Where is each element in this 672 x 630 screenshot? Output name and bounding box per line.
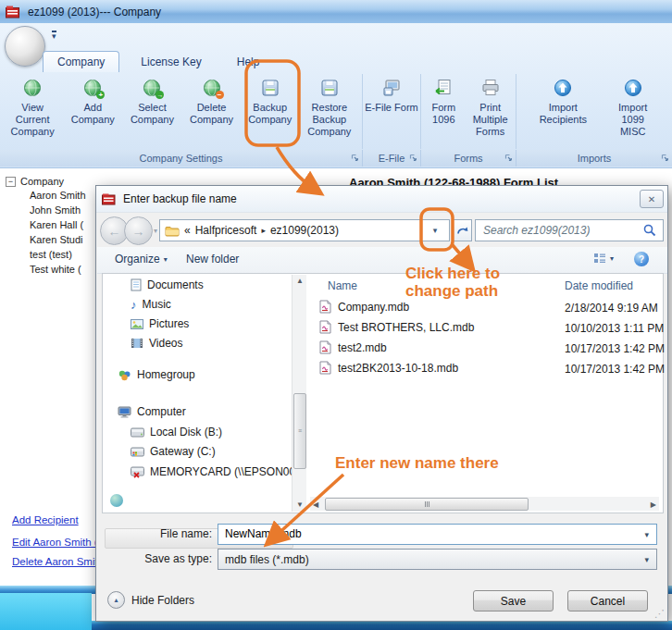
address-bar[interactable]: « Halfpricesoft ▸ ez1099(2013) ▾ — [159, 219, 450, 241]
close-button[interactable]: ✕ — [640, 190, 664, 208]
button-label: Import 1099 MISC — [610, 102, 656, 138]
dialog-launcher-icon[interactable] — [661, 153, 669, 164]
organize-button[interactable]: Organize ▾ — [115, 253, 168, 266]
button-label: Add Company — [65, 102, 120, 126]
breadcrumb-segment[interactable]: ez1099(2013) — [270, 224, 339, 237]
mdb-file-icon — [319, 340, 331, 354]
tree-item[interactable]: Karen Studi — [30, 234, 82, 245]
tab-company[interactable]: Company — [43, 51, 119, 72]
chevron-down-icon: ▾ — [154, 227, 157, 235]
print-multiple-forms-button[interactable]: Print Multiple Forms — [467, 74, 515, 138]
add-recipient-link[interactable]: Add Recipient — [12, 514, 79, 525]
delete-recipient-link[interactable]: Delete Aaron Smit — [12, 556, 98, 567]
application-orb-button[interactable] — [5, 26, 45, 67]
file-row[interactable]: test2.mdb — [319, 340, 387, 354]
edit-recipient-link[interactable]: Edit Aaron Smith ( — [12, 537, 98, 548]
chevron-down-icon: ▾ — [644, 555, 649, 564]
nav-item-pictures[interactable]: Pictures — [131, 315, 189, 332]
import-1099-misc-button[interactable]: Import 1099 MISC — [610, 74, 656, 138]
file-name-input[interactable] — [218, 525, 632, 540]
group-label-forms: Forms — [421, 150, 516, 167]
breadcrumb-segment[interactable]: Halfpricesoft — [195, 224, 257, 237]
search-icon[interactable] — [643, 224, 656, 237]
dialog-titlebar: Enter backup file name ✕ — [96, 186, 667, 213]
views-button[interactable]: ▾ — [593, 253, 614, 264]
navpane-scrollbar[interactable]: ▲ ≡ ▼ — [292, 275, 306, 512]
tree-item[interactable]: Karen Hall ( — [30, 219, 83, 230]
quick-access-dropdown[interactable]: ▾ — [52, 31, 56, 40]
floppy-disk-icon — [261, 79, 280, 97]
dialog-launcher-icon[interactable] — [351, 153, 359, 164]
tree-item[interactable]: Test white ( — [30, 264, 81, 275]
import-recipients-button[interactable]: Import Recipients — [532, 74, 593, 126]
scrollbar-thumb[interactable] — [325, 498, 529, 511]
select-company-button[interactable]: → Select Company — [124, 74, 180, 126]
nav-item-videos[interactable]: Videos — [131, 335, 182, 352]
form-1096-button[interactable]: Form 1096 — [422, 74, 465, 126]
nav-item-documents[interactable]: Documents — [131, 277, 204, 293]
backup-company-button[interactable]: Backup Company — [243, 74, 297, 126]
view-current-company-button[interactable]: View Current Company — [4, 74, 61, 138]
nav-item-local-disk-b[interactable]: Local Disk (B:) — [131, 424, 222, 440]
nav-item-music[interactable]: ♪ Music — [131, 296, 171, 313]
hide-folders-button[interactable]: ▴ Hide Folders — [107, 591, 194, 609]
restore-backup-company-button[interactable]: Restore Backup Company — [301, 74, 358, 138]
scroll-up-icon[interactable]: ▲ — [296, 277, 304, 285]
save-as-type-label: Save as type: — [101, 552, 212, 565]
column-header-date[interactable]: Date modified — [565, 279, 633, 292]
group-label-imports: Imports — [516, 150, 672, 167]
nav-item-computer[interactable]: Computer — [118, 403, 186, 420]
window-title: ez1099 (2013)--- Company — [28, 6, 161, 19]
delete-company-button[interactable]: − Delete Company — [184, 74, 240, 126]
chevron-down-icon[interactable]: ▾ — [644, 530, 649, 539]
new-folder-button[interactable]: New folder — [186, 253, 239, 266]
nav-item-memorycard[interactable]: MEMORYCARD (\\EPSON000 — [131, 463, 302, 480]
close-icon: ✕ — [648, 194, 655, 204]
dialog-toolbar: Organize ▾ New folder ▾ ? — [97, 247, 667, 274]
breadcrumb-overflow[interactable]: « — [184, 224, 191, 237]
cancel-button[interactable]: Cancel — [567, 590, 648, 611]
help-icon: ? — [639, 254, 644, 265]
file-row[interactable]: test2BK2013-10-18.mdb — [319, 361, 458, 375]
address-dropdown-button[interactable]: ▾ — [420, 220, 449, 241]
history-dropdown[interactable]: ▾ — [154, 227, 157, 235]
tree-item[interactable]: test (test) — [30, 249, 72, 260]
efile-form-button[interactable]: E-File Form — [365, 74, 418, 114]
help-button[interactable]: ? — [634, 252, 649, 266]
scroll-right-icon[interactable]: ▶ — [651, 500, 656, 509]
scrollbar-thumb[interactable]: ≡ — [293, 393, 306, 469]
breadcrumb-separator-icon[interactable]: ▸ — [261, 226, 266, 235]
scroll-down-icon[interactable]: ▼ — [296, 500, 304, 509]
column-header-name[interactable]: Name — [328, 279, 357, 292]
file-name-field[interactable]: ▾ — [218, 524, 657, 545]
file-row[interactable]: Company.mdb — [319, 300, 409, 314]
filelist-horizontal-scrollbar[interactable]: ◀ ▶ — [310, 497, 659, 511]
group-label-company-settings: Company Settings — [0, 150, 363, 167]
forward-button[interactable]: → — [124, 216, 153, 245]
file-date: 2/18/2014 9:19 AM — [565, 302, 658, 315]
dialog-launcher-icon[interactable] — [504, 153, 513, 164]
save-as-type-select[interactable]: mdb files (*.mdb) ▾ — [218, 549, 657, 570]
tree-item[interactable]: Aaron Smith — [30, 190, 86, 201]
window-titlebar: ez1099 (2013)--- Company — [0, 0, 672, 23]
browse-area: Documents ♪ Music Pictures Videos Homegr… — [102, 273, 664, 513]
nav-item-homegroup[interactable]: Homegroup — [118, 366, 195, 383]
file-row[interactable]: Test BROTHERS, LLC.mdb — [319, 320, 474, 334]
tree-item[interactable]: John Smith — [30, 204, 81, 216]
form-icon — [434, 79, 453, 97]
tree-root-company[interactable]: − Company — [6, 176, 64, 187]
picture-icon — [131, 319, 143, 329]
search-input[interactable] — [476, 224, 643, 237]
globe-add-icon: + — [83, 79, 102, 97]
nav-item-gateway-c[interactable]: Gateway (C:) — [131, 443, 216, 460]
collapse-icon[interactable]: − — [6, 177, 16, 187]
tab-license-key[interactable]: License Key — [127, 52, 215, 72]
resize-grip[interactable]: ⋰ — [654, 608, 665, 620]
save-button[interactable]: Save — [473, 590, 554, 611]
dialog-launcher-icon[interactable] — [409, 153, 417, 164]
add-company-button[interactable]: + Add Company — [65, 74, 120, 126]
scroll-left-icon[interactable]: ◀ — [313, 500, 318, 509]
tab-help[interactable]: Help — [223, 52, 274, 72]
file-date: 10/10/2013 1:11 PM — [565, 322, 664, 335]
refresh-button[interactable] — [452, 219, 472, 241]
